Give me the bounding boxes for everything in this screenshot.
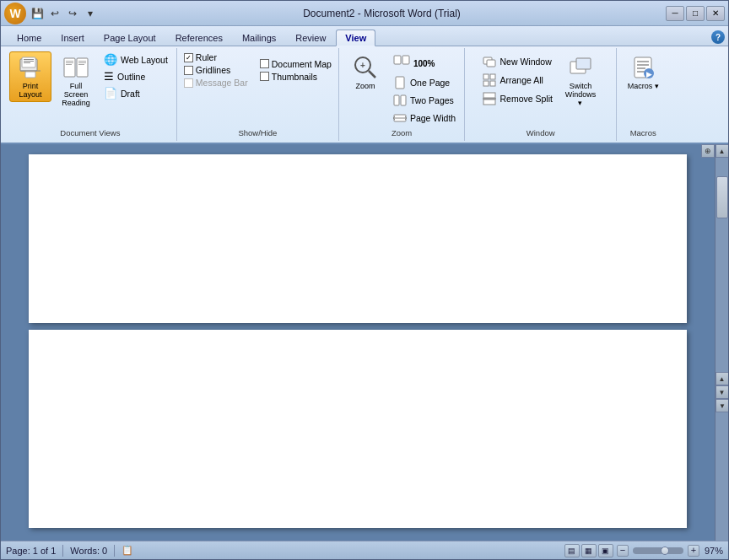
close-button[interactable]: ✕ (706, 6, 725, 21)
fullscreen-view-btn[interactable]: ▦ (581, 544, 597, 557)
status-bar: Page: 1 of 1 Words: 0 📋 ▤ ▦ ▣ − + 97% (1, 541, 728, 559)
zoom-button[interactable]: + Zoom (344, 51, 386, 94)
outline-icon: ☰ (104, 70, 114, 83)
zoom-small-buttons: 100% One Page Two Pages (390, 53, 459, 127)
app-window: W 💾 ↩ ↪ ▾ Document2 - Microsoft Word (Tr… (0, 0, 729, 560)
print-view-btn[interactable]: ▤ (564, 544, 580, 557)
save-button[interactable]: 💾 (30, 6, 45, 21)
tab-review[interactable]: Review (286, 30, 335, 46)
ribbon-group-show-hide: Ruler Gridlines Message Bar (177, 48, 339, 141)
svg-rect-18 (402, 56, 409, 64)
web-layout-label: Web Layout (121, 55, 168, 65)
tab-view[interactable]: View (336, 30, 375, 46)
collapse-section-button[interactable]: ⊕ (701, 144, 715, 158)
zoom-icon: + (352, 54, 379, 81)
switch-windows-button[interactable]: SwitchWindows ▾ (559, 51, 602, 110)
arrange-all-button[interactable]: Arrange All (479, 72, 555, 89)
gridlines-checkbox[interactable]: Gridlines (182, 64, 250, 76)
ribbon-group-zoom: + Zoom 100% (339, 48, 465, 141)
tab-mailings[interactable]: Mailings (233, 30, 285, 46)
page-width-button[interactable]: Page Width (390, 110, 459, 127)
thumbnails-checkbox[interactable]: Thumbnails (258, 71, 333, 83)
macros-group-label: Macros (622, 128, 664, 139)
one-page-icon (393, 76, 407, 89)
tab-pagelayout[interactable]: Page Layout (94, 30, 165, 46)
show-hide-content: Ruler Gridlines Message Bar (182, 50, 333, 127)
prev-page-button[interactable]: ▲ (716, 372, 729, 385)
redo-button[interactable]: ↪ (65, 6, 80, 21)
tab-insert[interactable]: Insert (51, 30, 94, 46)
ribbon-group-document-views: PrintLayout (4, 48, 177, 141)
title-bar: W 💾 ↩ ↪ ▾ Document2 - Microsoft Word (Tr… (1, 1, 728, 26)
status-sep-1 (62, 545, 63, 557)
next-page-button[interactable]: ▼ (716, 385, 729, 399)
page-info: Page: 1 of 1 (6, 546, 56, 556)
ruler-checkbox[interactable]: Ruler (182, 51, 250, 63)
maximize-button[interactable]: □ (686, 6, 705, 21)
svg-rect-31 (483, 100, 495, 105)
scroll-thumb[interactable] (716, 176, 728, 218)
arrange-all-label: Arrange All (500, 75, 543, 85)
svg-rect-11 (78, 61, 86, 62)
zoom-label: Zoom (355, 83, 375, 91)
undo-button[interactable]: ↩ (47, 6, 62, 21)
right-scrollbar: ▲ ▲ ▼ ▼ (715, 144, 728, 541)
svg-rect-26 (483, 74, 489, 79)
group-content: PrintLayout (9, 50, 171, 127)
minimize-button[interactable]: ─ (666, 6, 684, 21)
tab-references[interactable]: References (166, 30, 232, 46)
full-screen-reading-button[interactable]: Full ScreenReading (55, 51, 97, 110)
messagebar-checkbox[interactable]: Message Bar (182, 77, 250, 89)
one-page-label: One Page (410, 78, 450, 88)
svg-rect-29 (490, 81, 495, 86)
one-page-button[interactable]: One Page (390, 74, 459, 91)
help-button[interactable]: ? (711, 30, 725, 44)
ruler-cb-box (184, 53, 193, 62)
draft-button[interactable]: 📄 Draft (100, 85, 171, 101)
zoom100-button[interactable]: 100% (390, 53, 459, 73)
zoom-handle[interactable] (661, 547, 669, 555)
proofing-icon[interactable]: 📋 (122, 545, 133, 556)
new-window-label: New Window (500, 57, 551, 67)
print-layout-button[interactable]: PrintLayout (9, 51, 51, 102)
zoom-track[interactable] (633, 547, 683, 554)
full-screen-reading-icon (62, 54, 89, 81)
scroll-up-button[interactable]: ▲ (716, 144, 729, 158)
new-window-button[interactable]: New Window (479, 53, 555, 70)
svg-rect-9 (66, 62, 73, 63)
scroll-top-area: ▲ (716, 144, 728, 372)
document-views-label: Document Views (9, 128, 171, 139)
scroll-down-button[interactable]: ▼ (716, 399, 728, 412)
svg-rect-27 (490, 74, 495, 79)
outline-button[interactable]: ☰ Outline (100, 68, 171, 84)
zoom-out-button[interactable]: − (617, 545, 629, 557)
svg-rect-8 (66, 61, 73, 62)
documentmap-checkbox[interactable]: Document Map (258, 58, 333, 70)
svg-rect-36 (637, 61, 649, 62)
zoom100-icon (393, 55, 410, 72)
page-width-icon (393, 111, 407, 125)
web-layout-button[interactable]: 🌐 Web Layout (100, 51, 171, 67)
arrange-all-icon (483, 73, 496, 87)
remove-split-button[interactable]: Remove Split (479, 90, 555, 107)
show-hide-col1: Ruler Gridlines Message Bar (182, 51, 250, 89)
web-view-btn[interactable]: ▣ (598, 544, 613, 557)
zoom-slider: − + 97% (617, 545, 723, 557)
office-button[interactable]: W (4, 3, 26, 24)
gridlines-cb-box (184, 66, 193, 75)
show-hide-col2: Document Map Thumbnails (258, 51, 333, 89)
remove-split-label: Remove Split (500, 94, 552, 104)
documentmap-cb-box (260, 59, 269, 68)
window-controls: ─ □ ✕ (666, 6, 725, 21)
macros-button[interactable]: ▶ Macros ▾ (622, 51, 664, 94)
messagebar-label: Message Bar (196, 78, 248, 88)
svg-rect-20 (394, 95, 399, 105)
two-pages-button[interactable]: Two Pages (390, 92, 459, 109)
svg-rect-4 (24, 62, 30, 63)
svg-rect-37 (637, 64, 649, 66)
qat-customize-button[interactable]: ▾ (83, 6, 98, 21)
ruler-label: Ruler (196, 52, 217, 62)
zoom-in-button[interactable]: + (688, 545, 699, 557)
ribbon: PrintLayout (1, 46, 728, 144)
tab-home[interactable]: Home (8, 30, 51, 46)
